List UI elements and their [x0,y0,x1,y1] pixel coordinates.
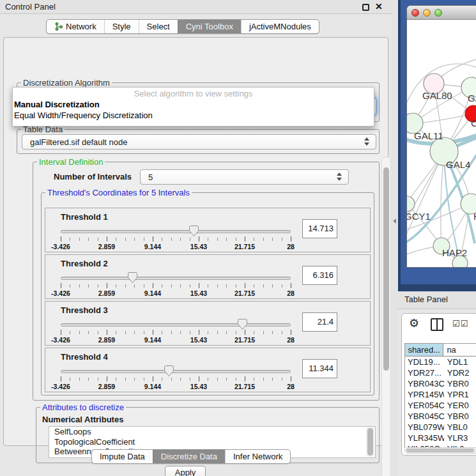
threshold-1-slider[interactable]: -3.426 2.859 9.144 15.43 21.715 28 [61,225,291,252]
panel-title: Control Panel [5,2,56,12]
node-label: GAL80 [422,90,452,101]
network-window-titlebar[interactable] [407,6,476,20]
tab-style[interactable]: Style [104,20,139,33]
slider-thumb[interactable] [164,365,174,376]
column-header-name[interactable]: na [443,344,476,357]
group-label: Interval Definition [37,157,105,167]
table-row[interactable]: YDR27...YDR2 [405,367,476,378]
node-gcy1[interactable] [407,196,415,211]
tab-network-label: Network [66,20,96,33]
tab-network[interactable]: Network [47,20,104,33]
threshold-label: Threshold 2 [61,259,108,268]
slider-minor-ticks [61,238,291,241]
collapse-handle-icon[interactable] [393,219,396,224]
network-canvas[interactable]: GAL80 GA C GAL11 GAL4 GCY1 H HAP2 [407,20,476,268]
gear-icon[interactable]: ⚙ [409,316,419,330]
node-label: HAP2 [442,247,467,258]
slider-thumb[interactable] [189,226,199,236]
minimize-traffic-light-icon[interactable] [423,9,431,17]
checkbox-icon[interactable]: ☑ [461,319,469,328]
table-row[interactable]: YER054CYER0 [405,400,476,411]
slider-track[interactable] [61,323,291,326]
group-label: Threshold's Coordinates for 5 Intervals [45,188,192,197]
threshold-2-panel: Threshold 2 -3.426 2.859 9.144 15.43 21.… [45,254,371,299]
list-item[interactable]: SelfLoops [49,427,375,437]
tab-impute-data[interactable]: Impute Data [92,450,153,463]
tab-jactivemnodules[interactable]: jActiveMNodules [241,20,319,33]
zoom-traffic-light-icon[interactable] [434,9,442,17]
table-panel-titlebar: Table Panel [398,291,476,309]
number-of-intervals-label: Number of Intervals [54,172,132,181]
stepper-icon [337,173,342,181]
table-panel: ⚙ ☑☑ shared... na YDL19...YDL1 YDR27...Y… [401,313,476,456]
threshold-value-field[interactable]: 11.344 [302,359,337,378]
group-label: Discretization Algorithm [21,78,112,88]
control-panel: Control Panel ✕ Network Style Select Cyn… [0,0,392,476]
desktop-bottom-band [401,284,476,291]
algorithm-dropdown-popup: Select algorithm to view settings Manual… [12,87,374,127]
list-scrollbar[interactable] [366,427,374,457]
numerical-attributes-label: Numerical Attributes [42,415,123,424]
table-row[interactable]: YPR145WYPR1 [405,389,476,400]
threshold-value-field[interactable]: 14.713 [302,219,337,238]
table-row[interactable]: YBR043CYBR0 [405,378,476,389]
threshold-label: Threshold 1 [61,212,108,222]
slider-minor-ticks [61,284,291,288]
node-label: GCY1 [407,211,431,222]
threshold-value-field[interactable]: 6.316 [302,266,337,285]
node-label: C [471,118,476,128]
table-data-combobox[interactable]: galFiltered.sif default node [22,134,376,150]
slider-minor-ticks [61,331,291,334]
columns-icon[interactable] [431,318,443,331]
stepper-icon [364,137,370,146]
slider-track[interactable] [61,370,291,373]
dropdown-option-equal-width[interactable]: Equal Width/Frequency Discretization [14,111,153,120]
node-label: H [473,211,476,222]
cyni-toolbox-panel: Discretization Algorithm Select algorith… [3,37,388,446]
slider-thumb[interactable] [238,319,247,330]
table-row[interactable]: YBR045CYBR0 [405,411,476,422]
threshold-2-slider[interactable]: -3.426 2.859 9.144 15.43 21.715 28 [61,272,291,298]
dropdown-option-manual[interactable]: Manual Discretization [14,100,100,109]
threshold-value-field[interactable]: 21.4 [302,312,337,332]
node-label: GA [468,93,476,104]
threshold-label: Threshold 4 [61,352,108,362]
close-icon[interactable]: ✕ [375,1,383,12]
checkbox-icon[interactable]: ☑ [452,319,461,328]
column-header-shared-name[interactable]: shared... [405,344,443,357]
slider-track[interactable] [61,230,291,233]
threshold-3-slider[interactable]: -3.426 2.859 9.144 15.43 21.715 28 [61,318,291,345]
scrollbar-thumb[interactable] [383,167,389,371]
slider-thumb[interactable] [128,272,137,283]
tab-infer-network[interactable]: Infer Network [225,450,290,463]
threshold-4-slider[interactable]: -3.426 2.859 9.144 15.43 21.715 28 [61,365,291,392]
scrollbar-thumb[interactable] [406,449,474,452]
threshold-3-panel: Threshold 3 -3.426 2.859 9.144 15.43 21.… [45,301,371,346]
mode-tabs: Impute Data Discretize Data Infer Networ… [91,449,291,464]
tab-cyni-toolbox[interactable]: Cyni Toolbox [178,20,241,33]
network-desktop: GAL80 GA C GAL11 GAL4 GCY1 H HAP2 [398,0,476,291]
table-horizontal-scrollbar[interactable] [404,447,476,454]
close-traffic-light-icon[interactable] [411,9,419,17]
table-row[interactable]: YDL19...YDL1 [405,357,476,367]
toolbox-tabs: Network Style Select Cyni Toolbox jActiv… [46,19,319,34]
network-icon [54,22,63,31]
list-item[interactable]: TopologicalCoefficient [49,437,375,447]
scrollbar-thumb[interactable] [367,428,373,456]
network-window: GAL80 GA C GAL11 GAL4 GCY1 H HAP2 [406,5,476,268]
table-header-row: shared... na [405,344,476,357]
panel-scrollbar[interactable] [381,157,391,476]
apply-button[interactable]: Apply [165,466,206,476]
slider-track[interactable] [61,277,291,280]
node-label: GAL4 [446,159,470,170]
panel-divider [392,0,398,476]
threshold-label: Threshold 3 [61,305,108,315]
number-of-intervals-combobox[interactable]: 5 [140,169,349,185]
table-row[interactable]: YLR345WYLR3 [405,433,476,443]
tab-discretize-data[interactable]: Discretize Data [153,450,225,463]
tab-select[interactable]: Select [139,20,178,33]
float-window-icon[interactable] [362,4,369,11]
table-row[interactable]: YBL079WYBL0 [405,422,476,433]
threshold-1-panel: Threshold 1 -3.426 2.859 9.144 15.43 21.… [45,208,371,252]
control-panel-titlebar: Control Panel ✕ [0,0,392,14]
